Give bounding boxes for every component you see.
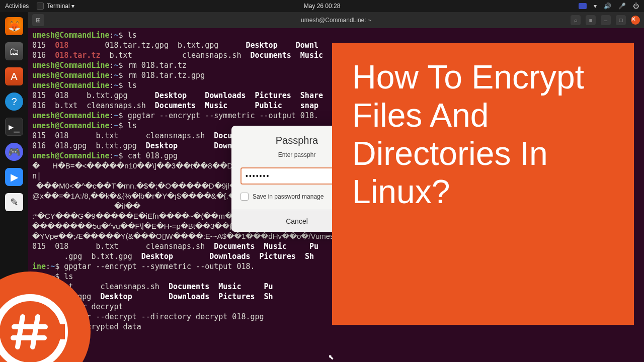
minimize-button[interactable]: – [601,15,611,25]
new-tab-button[interactable]: ⊞ [32,14,44,26]
mic-icon[interactable]: 🎤 [618,3,626,10]
logo-ring-icon [0,294,68,362]
network-icon[interactable]: ▾ [594,3,597,10]
dock-software[interactable]: A [3,65,25,87]
dock-help[interactable]: ? [3,90,25,113]
hash-icon [10,312,50,352]
gedit-icon: ✎ [5,193,23,211]
terminal-icon: ▸_ [5,118,23,136]
mouse-cursor-icon: ⬉ [328,353,334,361]
window-title-bar: ⊞ umesh@CommandLine: ~ ⌕ ≡ – □ ✕ [28,12,644,28]
save-password-checkbox[interactable] [240,193,249,201]
firefox-icon: 🦊 [5,17,23,35]
dock-discord[interactable]: 🎮 [3,141,25,163]
menu-button[interactable]: ≡ [586,15,596,25]
search-button[interactable]: ⌕ [571,15,581,25]
dock-gedit[interactable]: ✎ [3,191,25,213]
dock-files[interactable]: 🗂 [3,40,25,62]
gnome-top-panel: Activities Terminal ▾ May 26 00:28 ▾ 🔊 🎤… [0,0,644,12]
save-password-label: Save in password manage [253,193,324,200]
terminal-small-icon [37,3,44,10]
dock-zoom[interactable]: ▶ [3,166,25,188]
svg-line-0 [18,317,23,347]
power-icon[interactable]: ⏻ [633,3,639,10]
dock-firefox[interactable]: 🦊 [3,15,25,37]
activities-button[interactable]: Activities [5,3,29,10]
app-name-label: Terminal ▾ [47,3,74,10]
help-icon: ? [5,93,23,111]
close-button[interactable]: ✕ [631,16,640,25]
video-title-overlay: How To Encrypt Files And Directories In … [332,43,634,325]
vpn-badge-icon[interactable] [579,3,587,9]
maximize-button[interactable]: □ [616,15,626,25]
system-tray: ▾ 🔊 🎤 ⏻ [579,3,639,10]
window-title: umesh@CommandLine: ~ [301,17,371,24]
software-icon: A [5,67,23,85]
zoom-icon: ▶ [5,168,23,186]
dock-terminal[interactable]: ▸_ [3,116,25,138]
files-icon: 🗂 [5,42,23,60]
clock-label[interactable]: May 26 00:28 [304,3,341,10]
discord-icon: 🎮 [5,143,23,161]
app-indicator[interactable]: Terminal ▾ [37,3,74,10]
volume-icon[interactable]: 🔊 [604,3,611,10]
svg-line-1 [33,317,38,347]
